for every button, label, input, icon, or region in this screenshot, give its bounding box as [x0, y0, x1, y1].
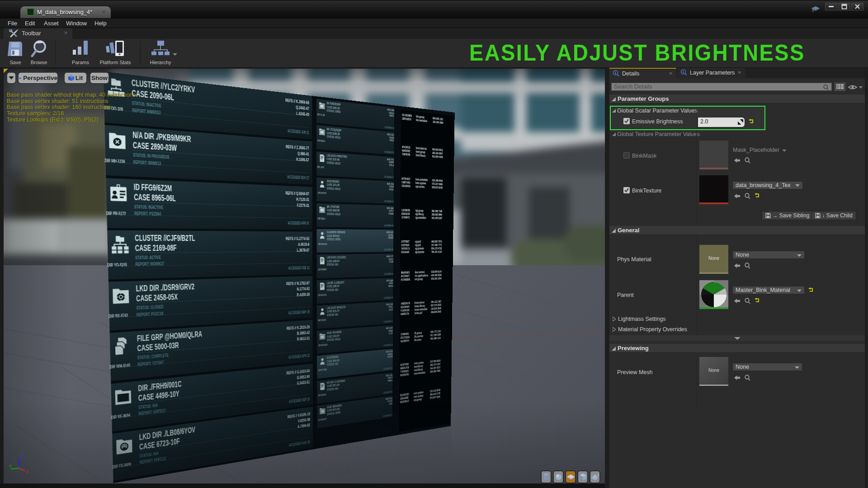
svg-text:Z: Z	[20, 455, 23, 460]
svg-text:i: i	[683, 70, 684, 74]
svg-text:X: X	[26, 469, 29, 474]
svg-text:Y: Y	[9, 464, 12, 469]
svg-text:i: i	[615, 70, 616, 75]
